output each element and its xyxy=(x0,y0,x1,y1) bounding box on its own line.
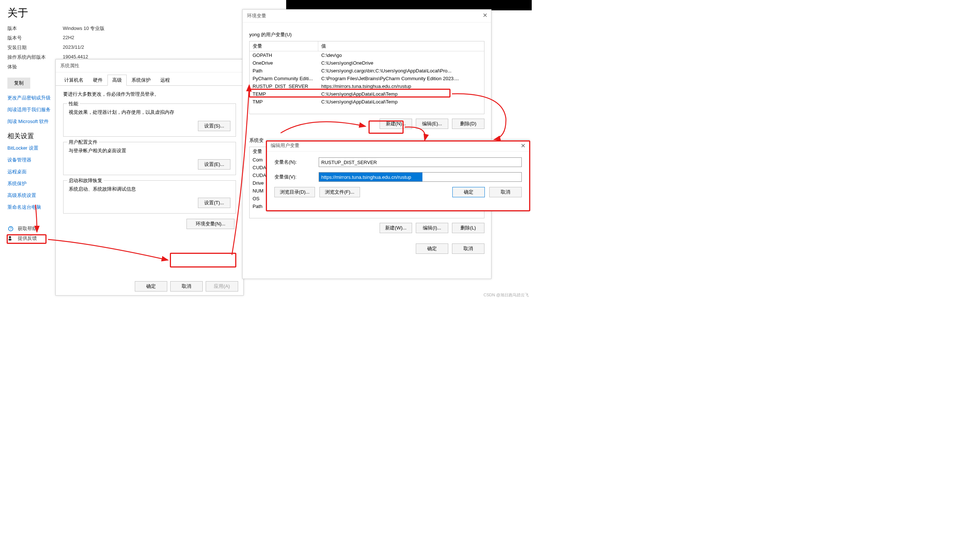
table-row: RUSTUP_DIST_SERVERhttps://mirrors.tuna.t… xyxy=(250,82,484,90)
svg-rect-3 xyxy=(8,239,11,241)
startup-recovery-settings-button[interactable]: 设置(T)... xyxy=(198,198,231,208)
editvar-ok-button[interactable]: 确定 xyxy=(452,187,485,197)
experience-label: 体验 xyxy=(7,64,63,70)
user-profile-group: 用户配置文件 与登录帐户相关的桌面设置 设置(E)... xyxy=(63,142,236,175)
watermark: CSDN @旭日跑马踏云飞 xyxy=(484,292,529,298)
table-row: GOPATHC:\dev\go xyxy=(250,51,484,59)
table-row: PathC:\Users\yong\.cargo\bin;C:\Users\yo… xyxy=(250,67,484,75)
performance-desc: 视觉效果，处理器计划，内存使用，以及虚拟内存 xyxy=(69,109,231,116)
give-feedback-link[interactable]: 提供反馈 xyxy=(18,235,37,242)
sysprops-cancel-button[interactable]: 取消 xyxy=(170,281,203,292)
variable-name-input[interactable] xyxy=(319,157,522,167)
table-row: OneDriveC:\Users\yong\OneDrive xyxy=(250,59,484,67)
user-profile-title: 用户配置文件 xyxy=(67,139,99,145)
install-date-value: 2023/11/2 xyxy=(63,44,84,51)
system-properties-tabs: 计算机名 硬件 高级 系统保护 远程 xyxy=(56,72,243,86)
browse-file-button[interactable]: 浏览文件(F)... xyxy=(320,187,360,197)
version-value: Windows 10 专业版 xyxy=(63,25,105,32)
version-label: 版本 xyxy=(7,25,63,32)
performance-settings-button[interactable]: 设置(S)... xyxy=(198,121,231,131)
admin-notice: 要进行大多数更改，你必须作为管理员登录。 xyxy=(63,91,236,97)
env-cancel-button[interactable]: 取消 xyxy=(452,244,484,254)
svg-point-2 xyxy=(9,236,11,238)
user-variables-list[interactable]: 变量 值 GOPATHC:\dev\go OneDriveC:\Users\yo… xyxy=(249,41,484,114)
performance-title: 性能 xyxy=(67,101,80,107)
feedback-icon xyxy=(7,235,14,242)
edit-user-variable-dialog: 编辑用户变量 ✕ 变量名(N): 变量值(V): 浏览目录(D)... 浏览文件… xyxy=(267,140,530,211)
environment-variables-button[interactable]: 环境变量(N)... xyxy=(186,219,234,229)
get-help-link[interactable]: 获取帮助 xyxy=(18,225,37,232)
user-variables-label: yong 的用户变量(U) xyxy=(249,31,484,38)
startup-recovery-desc: 系统启动、系统故障和调试信息 xyxy=(69,186,231,193)
tab-advanced[interactable]: 高级 xyxy=(107,75,127,86)
tab-hardware[interactable]: 硬件 xyxy=(88,75,107,85)
help-icon: ? xyxy=(7,225,14,232)
user-profile-desc: 与登录帐户相关的桌面设置 xyxy=(69,147,231,154)
os-build-label: 操作系统内部版本 xyxy=(7,54,63,61)
variable-value-input[interactable] xyxy=(319,172,522,182)
sys-new-button[interactable]: 新建(W)... xyxy=(380,223,412,233)
variable-name-label: 变量名(N): xyxy=(274,159,319,166)
install-date-label: 安装日期 xyxy=(7,44,63,51)
user-profile-settings-button[interactable]: 设置(E)... xyxy=(198,159,231,169)
tab-computer-name[interactable]: 计算机名 xyxy=(59,75,88,85)
startup-recovery-group: 启动和故障恢复 系统启动、系统故障和调试信息 设置(T)... xyxy=(63,180,236,214)
table-row: TMPC:\Users\yong\AppData\Local\Temp xyxy=(250,98,484,106)
svg-text:?: ? xyxy=(10,227,12,231)
editvar-cancel-button[interactable]: 取消 xyxy=(489,187,522,197)
env-ok-button[interactable]: 确定 xyxy=(416,244,448,254)
sys-edit-button[interactable]: 编辑(I)... xyxy=(416,223,448,233)
system-properties-title: 系统属性 xyxy=(56,59,243,72)
sysprops-ok-button[interactable]: 确定 xyxy=(135,281,167,292)
user-delete-button[interactable]: 删除(D) xyxy=(452,119,484,129)
user-new-button[interactable]: 新建(N)... xyxy=(380,119,412,129)
close-icon[interactable]: ✕ xyxy=(483,12,487,19)
build-value: 22H2 xyxy=(63,35,74,41)
build-label: 版本号 xyxy=(7,35,63,41)
system-properties-dialog: 系统属性 计算机名 硬件 高级 系统保护 远程 要进行大多数更改，你必须作为管理… xyxy=(56,59,244,295)
uservar-header-value[interactable]: 值 xyxy=(318,41,484,51)
table-row: PyCharm Community Editi...C:\Program Fil… xyxy=(250,75,484,82)
sysprops-apply-button[interactable]: 应用(A) xyxy=(206,281,238,292)
tab-system-protection[interactable]: 系统保护 xyxy=(127,75,156,85)
performance-group: 性能 视觉效果，处理器计划，内存使用，以及虚拟内存 设置(S)... xyxy=(63,104,236,137)
about-title: 关于 xyxy=(7,6,281,20)
close-icon[interactable]: ✕ xyxy=(521,142,525,149)
sys-delete-button[interactable]: 删除(L) xyxy=(452,223,484,233)
tab-remote[interactable]: 远程 xyxy=(156,75,175,85)
variable-value-label: 变量值(V): xyxy=(274,174,319,180)
env-title: 环境变量 xyxy=(243,10,491,22)
browse-directory-button[interactable]: 浏览目录(D)... xyxy=(274,187,315,197)
editvar-title: 编辑用户变量 xyxy=(267,140,529,152)
user-edit-button[interactable]: 编辑(E)... xyxy=(416,119,448,129)
table-row: TEMPC:\Users\yong\AppData\Local\Temp xyxy=(250,90,484,98)
startup-recovery-title: 启动和故障恢复 xyxy=(67,177,104,184)
black-background xyxy=(286,0,532,10)
copy-button[interactable]: 复制 xyxy=(7,78,30,89)
uservar-header-name[interactable]: 变量 xyxy=(250,41,318,51)
